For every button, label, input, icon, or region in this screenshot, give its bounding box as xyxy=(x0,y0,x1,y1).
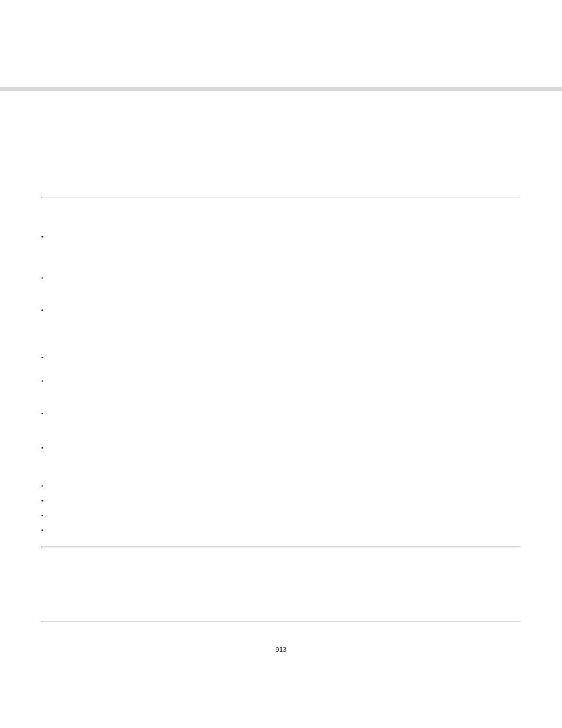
page-content xyxy=(0,91,562,622)
section-divider xyxy=(41,621,521,622)
list-item xyxy=(41,444,521,483)
page-number: 913 xyxy=(0,646,562,653)
list-item xyxy=(41,307,521,354)
list-item xyxy=(41,483,521,498)
list-item xyxy=(41,378,521,410)
list-item xyxy=(41,410,521,444)
bullet-list-1 xyxy=(41,233,521,542)
list-item xyxy=(41,233,521,275)
list-item xyxy=(41,527,521,542)
list-item xyxy=(41,512,521,527)
list-item xyxy=(41,354,521,378)
list-item xyxy=(41,498,521,512)
list-item xyxy=(41,275,521,307)
